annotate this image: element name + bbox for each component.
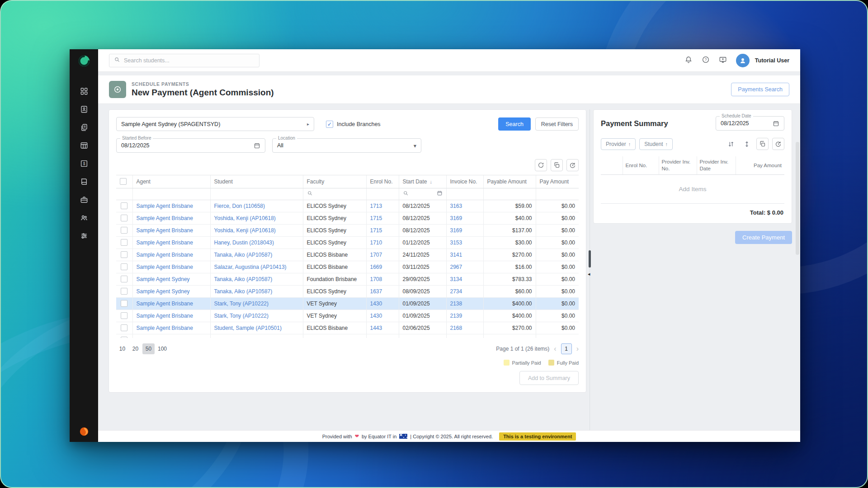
cell-enrol-no[interactable]: 1710 xyxy=(366,236,399,249)
table-row[interactable]: Sample Agent SydneyTanaka, Aiko (AP10587… xyxy=(116,273,579,285)
cell-student[interactable]: Haney, Dustin (2018043) xyxy=(210,236,303,249)
col-start-date[interactable]: Start Date↓ xyxy=(399,175,446,188)
help-icon[interactable]: ? xyxy=(702,56,710,66)
row-checkbox[interactable] xyxy=(121,239,127,246)
col-student[interactable]: Student xyxy=(210,175,303,188)
search-button[interactable]: Search xyxy=(498,117,531,131)
cell-student[interactable]: Fierce, Don (110658) xyxy=(210,200,303,212)
next-page-button[interactable]: › xyxy=(576,345,579,353)
cell-invoice-no[interactable]: 3169 xyxy=(446,224,483,236)
cell-invoice-no[interactable]: 2139 xyxy=(446,310,483,322)
cell-student[interactable]: Stark, Tony (AP10222) xyxy=(210,297,303,310)
cell-agent[interactable]: Sample Agent Brisbane xyxy=(132,322,210,334)
cell-invoice-no[interactable]: 1935 xyxy=(446,334,483,338)
cell-student[interactable]: Tanaka, Aiko (AP10587) xyxy=(210,249,303,261)
agent-select[interactable]: Sample Agent Sydney (SPAGENTSYD) ▸ xyxy=(116,117,314,131)
cell-enrol-no[interactable]: 1707 xyxy=(366,249,399,261)
sidebar-item-payments-icon[interactable]: $ xyxy=(80,160,88,168)
cell-enrol-no[interactable]: 1669 xyxy=(366,261,399,273)
user-avatar[interactable] xyxy=(736,54,750,67)
table-row[interactable]: Sample Agent BrisbaneStudent, Sample (AP… xyxy=(116,322,579,334)
cell-agent[interactable]: Sample Agent Brisbane xyxy=(132,212,210,224)
col-faculty[interactable]: Faculty xyxy=(303,175,366,188)
taskbar-app-icon[interactable] xyxy=(79,427,89,438)
filter-faculty[interactable] xyxy=(303,188,366,200)
filter-invoice[interactable] xyxy=(446,188,483,200)
sort-student-chip[interactable]: Student↑ xyxy=(639,138,673,150)
location-select[interactable]: Location All ▾ xyxy=(272,138,421,153)
sidebar-item-ledger-icon[interactable] xyxy=(80,178,88,186)
row-checkbox[interactable] xyxy=(121,263,127,270)
row-checkbox[interactable] xyxy=(121,276,127,282)
row-checkbox[interactable] xyxy=(121,300,127,307)
calendar-icon[interactable] xyxy=(773,120,779,127)
row-checkbox[interactable] xyxy=(121,288,127,295)
select-all-checkbox[interactable] xyxy=(120,178,127,185)
scrollbar-thumb[interactable] xyxy=(796,142,799,255)
splitter-handle[interactable] xyxy=(589,250,591,267)
cell-invoice-no[interactable]: 3163 xyxy=(446,200,483,212)
sidebar-item-dashboard-icon[interactable] xyxy=(80,87,88,95)
cell-invoice-no[interactable]: 3141 xyxy=(446,249,483,261)
reorder-up-down-icon[interactable] xyxy=(725,138,737,150)
move-items-icon[interactable] xyxy=(741,138,753,150)
page-size-100[interactable]: 100 xyxy=(156,343,169,354)
panel-splitter[interactable]: ◂ xyxy=(586,109,593,430)
cell-enrol-no[interactable]: 1715 xyxy=(366,224,399,236)
cell-invoice-no[interactable]: 2138 xyxy=(446,297,483,310)
table-row[interactable]: Sample Agent BrisbaneStark, Tony (AP1022… xyxy=(116,310,579,322)
table-row[interactable]: Sample Agent SydneyTanaka, Aiko (AP10587… xyxy=(116,285,579,297)
create-payment-button[interactable]: Create Payment xyxy=(735,231,792,244)
sidebar-item-timetable-icon[interactable] xyxy=(80,141,88,150)
filter-pay[interactable] xyxy=(536,188,579,200)
sidebar-item-enrolments-icon[interactable] xyxy=(80,123,88,131)
reset-filters-button[interactable]: Reset Filters xyxy=(535,117,579,131)
cell-enrol-no[interactable]: 1430 xyxy=(366,310,399,322)
cell-student[interactable]: Tanaka, Aiko (AP10587) xyxy=(210,273,303,285)
global-search[interactable] xyxy=(109,54,259,67)
row-checkbox[interactable] xyxy=(121,202,127,209)
page-number-button[interactable]: 1 xyxy=(561,343,572,354)
cell-agent[interactable]: Sample Agent Brisbane xyxy=(132,236,210,249)
cell-invoice-no[interactable]: 2967 xyxy=(446,261,483,273)
filter-start-date[interactable] xyxy=(399,188,446,200)
cell-student[interactable]: Yoshida, Kenji (AP10618) xyxy=(210,224,303,236)
row-checkbox[interactable] xyxy=(121,324,127,331)
filter-payable[interactable] xyxy=(483,188,536,200)
cell-agent[interactable]: Sample Agent Brisbane xyxy=(132,310,210,322)
row-checkbox[interactable] xyxy=(121,227,127,234)
cell-agent[interactable]: Sample Agent Brisbane xyxy=(132,249,210,261)
cell-invoice-no[interactable]: 2734 xyxy=(446,285,483,297)
include-branches-checkbox[interactable]: ✓ Include Branches xyxy=(326,121,381,128)
col-invoice-no[interactable]: Invoice No. xyxy=(446,175,483,188)
display-share-icon[interactable] xyxy=(719,56,727,66)
table-row[interactable]: Sample Agent BrisbaneStark, Tony (AP1022… xyxy=(116,297,579,310)
collapse-panel-arrow[interactable]: ◂ xyxy=(588,271,590,277)
row-checkbox[interactable] xyxy=(121,312,127,319)
user-name[interactable]: Tutorial User xyxy=(755,57,789,64)
table-row[interactable]: Sample Agent BrisbaneTanaka, Aiko (AP105… xyxy=(116,249,579,261)
window-scrollbar[interactable] xyxy=(796,122,799,428)
col-pay-amount[interactable]: Pay Amount xyxy=(536,175,579,188)
cell-enrol-no[interactable]: 1637 xyxy=(366,285,399,297)
table-row[interactable]: Sample Agent BrisbaneBurrell, Kay (20180… xyxy=(116,334,579,338)
cell-invoice-no[interactable]: 3134 xyxy=(446,273,483,285)
col-payable-amount[interactable]: Payable Amount xyxy=(483,175,536,188)
cell-agent[interactable]: Sample Agent Brisbane xyxy=(132,334,210,338)
payments-search-button[interactable]: Payments Search xyxy=(731,83,789,96)
col-agent[interactable]: Agent xyxy=(132,175,210,188)
cell-agent[interactable]: Sample Agent Sydney xyxy=(132,273,210,285)
app-logo[interactable] xyxy=(70,49,98,73)
row-checkbox[interactable] xyxy=(121,215,127,221)
copy-grid-button[interactable] xyxy=(551,159,563,171)
cell-student[interactable]: Tanaka, Aiko (AP10587) xyxy=(210,285,303,297)
col-enrol-no[interactable]: Enrol No. xyxy=(366,175,399,188)
cell-invoice-no[interactable]: 3169 xyxy=(446,212,483,224)
cell-agent[interactable]: Sample Agent Sydney xyxy=(132,285,210,297)
row-checkbox[interactable] xyxy=(121,251,127,258)
refresh-button[interactable] xyxy=(535,159,547,171)
copy-summary-button[interactable] xyxy=(756,138,769,150)
table-row[interactable]: Sample Agent BrisbaneFierce, Don (110658… xyxy=(116,200,579,212)
cell-student[interactable]: Student, Sample (AP10501) xyxy=(210,322,303,334)
cell-enrol-no[interactable]: 1715 xyxy=(366,212,399,224)
